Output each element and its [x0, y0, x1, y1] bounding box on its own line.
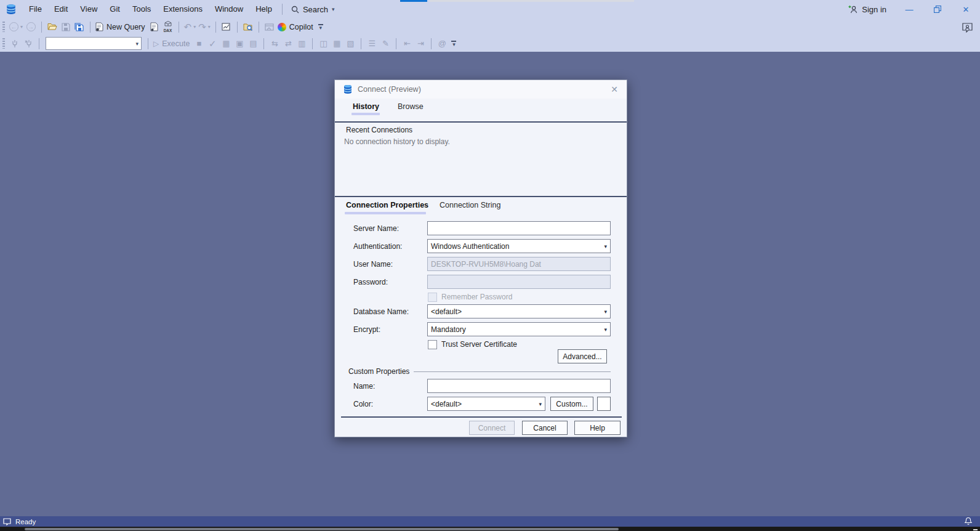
chevron-down-icon: ▾ [604, 309, 607, 315]
custom-name-input[interactable] [427, 379, 611, 393]
navigate-back-button[interactable]: ←▾ [8, 20, 24, 34]
activity-monitor-icon [222, 23, 231, 31]
toolbar-overflow-button[interactable]: ▾ [449, 41, 459, 46]
uncomment-button[interactable]: ✎ [379, 37, 392, 51]
execute-label: Execute [161, 39, 191, 48]
menu-help[interactable]: Help [249, 2, 278, 16]
search-control[interactable]: Search ▾ [286, 5, 340, 14]
live-statistics-button[interactable]: ⇄ [281, 37, 295, 51]
chevron-down-icon: ▾ [604, 243, 607, 249]
sql-editor-toolbar: ▾ ▷ Execute ■ ✓ ▦ ▣ ▤ ⇆ ⇄ ▥ ◫ ▦ ▧ ☰ ✎ ⇤ … [0, 35, 980, 52]
menu-file[interactable]: File [23, 2, 48, 16]
custom-color-button[interactable]: Custom... [550, 397, 593, 411]
minimize-button[interactable]: — [895, 0, 923, 18]
save-button[interactable] [59, 20, 73, 34]
home-button[interactable] [263, 20, 276, 34]
open-folder-icon [47, 23, 57, 31]
client-statistics-button[interactable]: ▥ [295, 37, 308, 51]
comment-button[interactable]: ☰ [365, 37, 379, 51]
dialog-titlebar[interactable]: Connect (Preview) ✕ [335, 80, 627, 99]
new-query-label: New Query [105, 23, 147, 31]
actual-plan-button[interactable]: ⇆ [268, 37, 281, 51]
chevron-down-icon: ▾ [539, 401, 542, 407]
open-query-button[interactable] [148, 20, 161, 34]
taskbar-highlight-bar [25, 528, 619, 530]
encrypt-select[interactable]: Mandatory ▾ [427, 322, 611, 336]
menu-view[interactable]: View [74, 2, 103, 16]
toolbar-separator [237, 22, 238, 33]
color-swatch[interactable] [597, 397, 611, 411]
save-all-button[interactable] [73, 20, 86, 34]
stop-icon: ■ [196, 39, 201, 48]
dialog-close-button[interactable]: ✕ [607, 83, 622, 96]
color-label: Color: [353, 397, 373, 411]
menu-git[interactable]: Git [103, 2, 126, 16]
parse-button[interactable]: ✓ [206, 37, 219, 51]
menu-extensions[interactable]: Extensions [157, 2, 209, 16]
server-name-input[interactable] [427, 221, 611, 235]
results-grid-button[interactable]: ▦ [330, 37, 343, 51]
cancel-button[interactable]: Cancel [522, 421, 568, 435]
query-file-icon [150, 22, 158, 31]
save-icon [62, 23, 70, 31]
tab-history[interactable]: History [353, 102, 379, 111]
copilot-button[interactable]: Copilot [276, 20, 316, 34]
encrypt-label: Encrypt: [353, 323, 380, 336]
help-button[interactable]: Help [574, 421, 621, 435]
menu-edit[interactable]: Edit [48, 2, 74, 16]
menu-separator [282, 4, 283, 15]
parse-check-icon: ✓ [209, 38, 217, 49]
results-file-button[interactable]: ▧ [343, 37, 357, 51]
color-select[interactable]: <default> ▾ [427, 397, 545, 411]
connect-query-button[interactable] [8, 37, 22, 51]
menu-tools[interactable]: Tools [126, 2, 157, 16]
toolbar-separator [41, 22, 42, 33]
template-parameters-button[interactable]: @ [435, 37, 449, 51]
remember-password-label: Remember Password [441, 293, 512, 302]
navigate-forward-button[interactable]: → [24, 20, 38, 34]
open-file-button[interactable] [46, 20, 59, 34]
send-feedback-button[interactable] [962, 23, 973, 33]
history-tab-underline [351, 113, 380, 115]
cancel-query-button[interactable]: ■ [192, 37, 206, 51]
close-window-button[interactable]: ✕ [952, 0, 980, 18]
object-explorer-button[interactable] [241, 20, 255, 34]
database-name-select[interactable]: <default> ▾ [427, 304, 611, 318]
execute-button[interactable]: ▷ Execute [152, 37, 192, 51]
menu-window[interactable]: Window [209, 2, 249, 16]
estimated-plan-button[interactable]: ▦ [219, 37, 233, 51]
decrease-indent-button[interactable]: ⇤ [400, 37, 414, 51]
restore-button[interactable] [923, 0, 952, 18]
connection-properties-tab-underline [345, 212, 426, 214]
authentication-select[interactable]: Windows Authentication ▾ [427, 239, 611, 253]
activity-monitor-button[interactable] [220, 20, 233, 34]
custom-properties-group-line [414, 371, 611, 372]
query-options-button[interactable]: ▣ [233, 37, 246, 51]
tab-browse[interactable]: Browse [398, 102, 424, 111]
increase-indent-button[interactable]: ⇥ [414, 37, 427, 51]
new-query-button[interactable]: New Query [94, 20, 148, 34]
tab-connection-properties[interactable]: Connection Properties [346, 201, 428, 209]
toolbar-grip[interactable] [2, 38, 5, 49]
status-text: Ready [15, 518, 36, 525]
trust-server-certificate-checkbox[interactable] [428, 340, 437, 349]
intellisense-button[interactable]: ▤ [246, 37, 260, 51]
toolbar-separator [90, 22, 90, 33]
toolbar-separator [396, 38, 396, 49]
redo-button[interactable]: ↷▾ [197, 20, 212, 34]
advanced-button[interactable]: Advanced... [558, 349, 607, 363]
database-combobox[interactable]: ▾ [46, 37, 142, 50]
tab-connection-string[interactable]: Connection String [440, 201, 500, 209]
results-text-button[interactable]: ◫ [316, 37, 330, 51]
menu-bar: File Edit View Git Tools Extensions Wind… [0, 0, 980, 18]
toolbar-overflow-button[interactable]: ▾ [316, 24, 326, 30]
change-connection-button[interactable] [22, 37, 35, 51]
dax-query-button[interactable]: DAX [161, 20, 175, 34]
home-window-icon [265, 23, 274, 31]
toolbar-grip[interactable] [2, 22, 5, 32]
toolbar-separator [263, 38, 264, 49]
notifications-bell-icon[interactable] [964, 517, 973, 525]
sign-in-button[interactable]: Sign in [840, 0, 895, 18]
undo-button[interactable]: ↶▾ [183, 20, 198, 34]
toolbar-separator [39, 38, 39, 49]
